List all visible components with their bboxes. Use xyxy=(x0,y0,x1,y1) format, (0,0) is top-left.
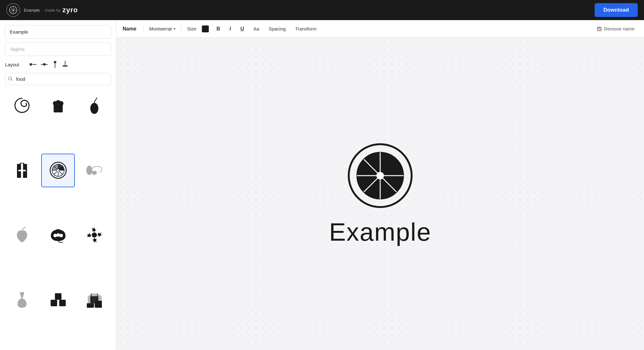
peas-icon xyxy=(48,225,68,245)
svg-point-35 xyxy=(59,234,63,237)
spacing-button[interactable]: Spacing xyxy=(267,25,287,33)
brand-logo-icon xyxy=(6,3,20,17)
toolbar-divider-1 xyxy=(143,25,144,33)
svg-point-57 xyxy=(376,172,384,179)
svg-point-31 xyxy=(86,166,92,175)
svg-rect-23 xyxy=(21,163,23,178)
canvas-area: Example xyxy=(116,38,644,350)
transform-button[interactable]: Transform xyxy=(293,25,319,33)
eggplant-icon xyxy=(84,96,104,116)
food-boxes-icon xyxy=(84,290,104,310)
trash-icon xyxy=(597,26,602,31)
name-input[interactable] xyxy=(5,25,111,39)
toolbar-name-label: Name xyxy=(123,26,136,32)
icon-cell-apron[interactable] xyxy=(5,154,39,187)
logo-preview-text: Example xyxy=(329,218,431,247)
icon-cell-lemon[interactable] xyxy=(41,154,75,187)
download-button[interactable]: Download xyxy=(595,3,638,17)
tagline-input[interactable] xyxy=(5,42,111,56)
svg-point-34 xyxy=(56,233,60,237)
svg-rect-13 xyxy=(63,65,68,67)
spiral-food-icon xyxy=(12,96,32,116)
sidebar: Layout xyxy=(0,20,116,350)
svg-line-20 xyxy=(54,112,55,116)
search-container xyxy=(5,73,111,85)
remove-name-label: Remove name xyxy=(604,26,635,31)
layout-icon-left[interactable] xyxy=(30,62,36,67)
case-button[interactable]: Aa xyxy=(252,25,261,33)
layout-icons xyxy=(30,61,68,68)
made-by-label: made by xyxy=(45,8,61,13)
svg-point-5 xyxy=(30,63,32,66)
svg-rect-38 xyxy=(59,300,66,306)
made-by-row: made by zyro xyxy=(45,6,78,14)
svg-point-36 xyxy=(92,232,97,238)
search-icon xyxy=(8,76,13,82)
italic-button[interactable]: I xyxy=(228,25,233,33)
icon-grid xyxy=(5,89,111,345)
font-chevron-icon: ▾ xyxy=(174,27,175,31)
icon-cell-sauce[interactable] xyxy=(5,283,39,316)
layout-label: Layout xyxy=(5,62,24,67)
icon-cell-flower[interactable] xyxy=(77,218,111,252)
food-cubes-icon xyxy=(48,290,68,310)
navbar: Example made by zyro Download xyxy=(0,0,644,20)
toolbar: Name Montserrat ▾ Size B I U Aa Spacing … xyxy=(116,20,644,38)
font-selector[interactable]: Montserrat ▾ xyxy=(149,26,176,31)
svg-line-15 xyxy=(11,79,12,80)
svg-point-21 xyxy=(90,103,98,114)
toolbar-divider-2 xyxy=(181,25,181,33)
sauce-icon xyxy=(12,290,32,310)
apron-icon xyxy=(12,160,32,180)
underline-button[interactable]: U xyxy=(238,25,246,33)
icon-cell-spiral[interactable] xyxy=(5,89,39,123)
layout-icon-center[interactable] xyxy=(41,62,48,67)
size-color-box[interactable] xyxy=(202,25,209,32)
flower-food-icon xyxy=(84,225,104,245)
icon-cell-chili[interactable] xyxy=(5,218,39,252)
layout-icon-bottom[interactable] xyxy=(62,61,68,68)
svg-point-30 xyxy=(57,169,59,171)
icon-cell-sushi[interactable] xyxy=(77,154,111,187)
icon-cell-eggplant[interactable] xyxy=(77,89,111,123)
svg-rect-42 xyxy=(90,296,98,303)
svg-point-32 xyxy=(92,171,97,175)
chili-icon xyxy=(12,225,32,245)
layout-icon-top[interactable] xyxy=(52,61,58,68)
brand-name-label: Example xyxy=(24,8,40,13)
navbar-left: Example made by zyro xyxy=(6,3,78,17)
size-label: Size xyxy=(187,26,196,31)
logo-preview-icon xyxy=(346,141,415,210)
lemon-slice-icon xyxy=(48,160,68,180)
sushi-icon xyxy=(84,160,104,180)
bold-button[interactable]: B xyxy=(214,25,222,33)
svg-rect-40 xyxy=(87,303,94,308)
icon-cell-popcorn[interactable] xyxy=(41,89,75,123)
svg-rect-39 xyxy=(55,293,61,300)
main-layout: Layout xyxy=(0,20,644,350)
remove-name-button[interactable]: Remove name xyxy=(594,24,638,33)
icon-cell-peas[interactable] xyxy=(41,218,75,252)
logo-svg xyxy=(9,6,18,14)
svg-point-19 xyxy=(59,101,63,105)
logo-preview: Example xyxy=(329,141,431,247)
svg-rect-37 xyxy=(51,300,57,306)
svg-point-10 xyxy=(54,61,56,63)
font-name-label: Montserrat xyxy=(149,26,172,31)
icon-cell-food-boxes[interactable] xyxy=(77,283,111,316)
search-input[interactable] xyxy=(5,73,111,85)
zyro-brand-text: zyro xyxy=(62,6,78,14)
popcorn-icon xyxy=(48,96,68,116)
canvas-wrapper: Name Montserrat ▾ Size B I U Aa Spacing … xyxy=(116,20,644,350)
layout-row: Layout xyxy=(5,60,111,69)
svg-point-33 xyxy=(53,234,57,237)
icon-cell-food-cubes[interactable] xyxy=(41,283,75,316)
